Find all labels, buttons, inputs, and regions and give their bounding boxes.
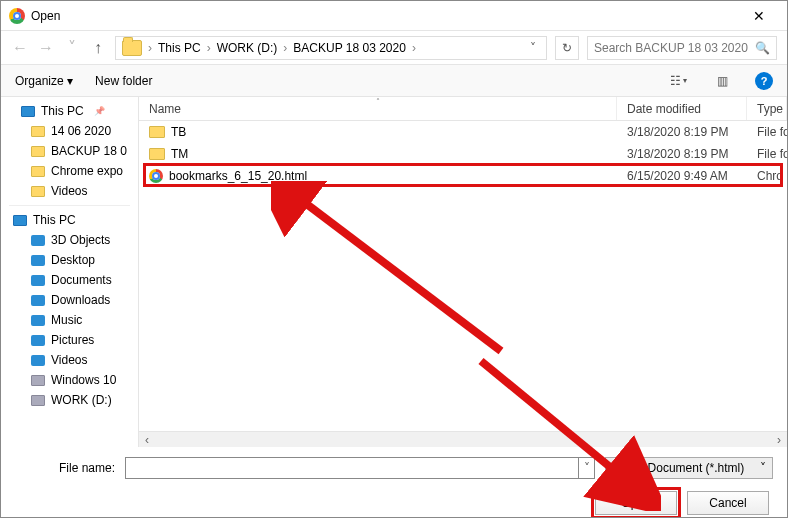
pictures-icon <box>31 335 45 346</box>
file-name-label: File name: <box>15 461 115 475</box>
breadcrumb-item[interactable]: BACKUP 18 03 2020 <box>293 41 406 55</box>
preview-pane-button[interactable]: ▥ <box>711 71 733 91</box>
breadcrumb-dropdown[interactable]: ˅ <box>530 41 540 55</box>
help-button[interactable]: ? <box>755 72 773 90</box>
downloads-icon <box>31 295 45 306</box>
tree-item-folder[interactable]: Chrome expo <box>1 161 138 181</box>
column-header-type[interactable]: Type <box>747 97 787 120</box>
videos-icon <box>31 355 45 366</box>
file-list[interactable]: Name˄ Date modified Type TB 3/18/2020 8:… <box>139 97 787 447</box>
folder-icon <box>31 146 45 157</box>
cancel-button[interactable]: Cancel <box>687 491 769 515</box>
documents-icon <box>31 275 45 286</box>
back-button[interactable]: ← <box>11 39 29 57</box>
open-button[interactable]: Open <box>595 491 677 515</box>
recent-dropdown[interactable]: ˅ <box>63 38 81 57</box>
chrome-icon <box>149 169 163 183</box>
disk-icon <box>31 395 45 406</box>
refresh-button[interactable]: ↻ <box>555 36 579 60</box>
navigation-tree[interactable]: This PC 14 06 2020 BACKUP 18 0 Chrome ex… <box>1 97 139 447</box>
folder-icon <box>122 40 142 56</box>
disk-icon <box>31 375 45 386</box>
new-folder-button[interactable]: New folder <box>95 74 152 88</box>
breadcrumb[interactable]: › This PC › WORK (D:) › BACKUP 18 03 202… <box>115 36 547 60</box>
tree-item-folder[interactable]: 14 06 2020 <box>1 121 138 141</box>
folder-icon <box>149 126 165 138</box>
close-button[interactable]: ✕ <box>739 8 779 24</box>
tree-item-folder[interactable]: Videos <box>1 181 138 201</box>
folder-icon <box>31 166 45 177</box>
tree-item-drive-d[interactable]: WORK (D:) <box>1 390 138 410</box>
sort-asc-icon: ˄ <box>376 97 380 106</box>
search-icon: 🔍 <box>755 41 770 55</box>
chrome-icon <box>9 8 25 24</box>
file-row-folder[interactable]: TM 3/18/2020 8:19 PM File fo <box>139 143 787 165</box>
file-row-folder[interactable]: TB 3/18/2020 8:19 PM File fo <box>139 121 787 143</box>
3d-icon <box>31 235 45 246</box>
organize-menu[interactable]: Organize ▾ <box>15 74 73 88</box>
folder-icon <box>31 186 45 197</box>
view-options-button[interactable]: ☷ ▾ <box>667 71 689 91</box>
chevron-right-icon: › <box>148 41 152 55</box>
tree-item-folder[interactable]: BACKUP 18 0 <box>1 141 138 161</box>
scroll-left-icon[interactable]: ‹ <box>139 433 155 447</box>
file-type-filter[interactable]: HTML Document (*.html) ˅ <box>605 457 773 479</box>
tree-item-documents[interactable]: Documents <box>1 270 138 290</box>
tree-item-downloads[interactable]: Downloads <box>1 290 138 310</box>
search-input[interactable]: Search BACKUP 18 03 2020 🔍 <box>587 36 777 60</box>
chevron-down-icon: ▾ <box>683 76 687 85</box>
scroll-right-icon[interactable]: › <box>771 433 787 447</box>
up-button[interactable]: ↑ <box>89 39 107 57</box>
breadcrumb-item[interactable]: WORK (D:) <box>217 41 278 55</box>
horizontal-scrollbar[interactable]: ‹ › <box>139 431 787 447</box>
tree-item-drive-c[interactable]: Windows 10 <box>1 370 138 390</box>
chevron-right-icon: › <box>283 41 287 55</box>
tree-item-thispc-quick[interactable]: This PC <box>1 101 138 121</box>
column-header-date[interactable]: Date modified <box>617 97 747 120</box>
music-icon <box>31 315 45 326</box>
tree-item-pictures[interactable]: Pictures <box>1 330 138 350</box>
tree-item-thispc[interactable]: This PC <box>1 210 138 230</box>
chevron-right-icon: › <box>207 41 211 55</box>
file-name-dropdown[interactable]: ˅ <box>579 457 595 479</box>
window-title: Open <box>31 9 739 23</box>
tree-item-desktop[interactable]: Desktop <box>1 250 138 270</box>
file-name-input[interactable] <box>125 457 579 479</box>
file-row-bookmarks[interactable]: bookmarks_6_15_20.html 6/15/2020 9:49 AM… <box>139 165 787 187</box>
folder-icon <box>149 148 165 160</box>
chevron-down-icon: ˅ <box>760 461 766 475</box>
monitor-icon <box>13 215 27 226</box>
desktop-icon <box>31 255 45 266</box>
tree-item-3dobjects[interactable]: 3D Objects <box>1 230 138 250</box>
breadcrumb-item[interactable]: This PC <box>158 41 201 55</box>
tree-item-videos[interactable]: Videos <box>1 350 138 370</box>
folder-icon <box>31 126 45 137</box>
column-header-name[interactable]: Name˄ <box>139 97 617 120</box>
forward-button[interactable]: → <box>37 39 55 57</box>
chevron-right-icon: › <box>412 41 416 55</box>
chevron-down-icon: ▾ <box>67 74 73 88</box>
search-placeholder: Search BACKUP 18 03 2020 <box>594 41 749 55</box>
tree-item-music[interactable]: Music <box>1 310 138 330</box>
monitor-icon <box>21 106 35 117</box>
